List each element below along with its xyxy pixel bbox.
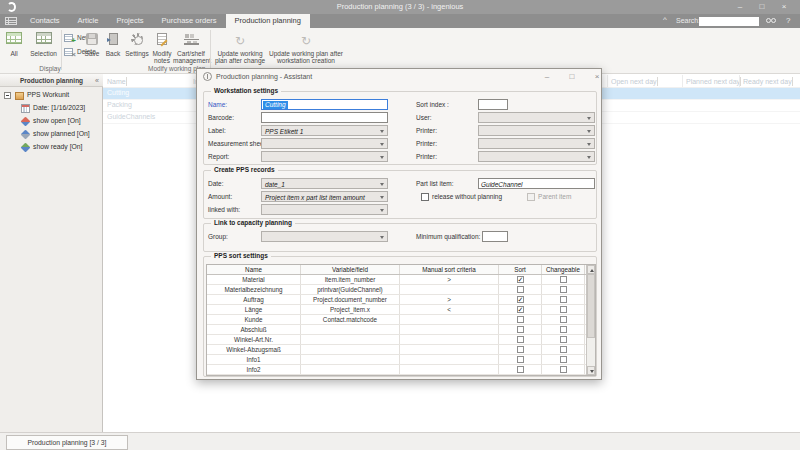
- cell-variable-field: Contact.matchcode: [301, 315, 400, 324]
- changeable-checkbox[interactable]: [560, 366, 567, 373]
- changeable-checkbox[interactable]: [560, 326, 567, 333]
- report-select[interactable]: [261, 151, 388, 162]
- dialog-minimize-button[interactable]: –: [541, 69, 553, 85]
- tree-item-show-open[interactable]: show open [On]: [0, 115, 103, 128]
- search-input[interactable]: [699, 17, 759, 26]
- tree-item-show-ready[interactable]: show ready [On]: [0, 141, 103, 154]
- sort-checkbox[interactable]: [517, 286, 524, 293]
- column-changeable[interactable]: Changeable: [542, 265, 585, 274]
- table-scrollbar[interactable]: [586, 265, 595, 375]
- changeable-checkbox[interactable]: [560, 286, 567, 293]
- tab-purchase-orders[interactable]: Purchase orders: [153, 14, 226, 28]
- sort-checkbox[interactable]: [517, 296, 524, 303]
- dialog-maximize-button[interactable]: □: [566, 69, 578, 85]
- table-row[interactable]: Winkel-Abzugsmaß: [207, 345, 595, 355]
- column-variable-field[interactable]: Variable/field: [301, 265, 400, 274]
- help-button[interactable]: ?: [786, 14, 790, 28]
- printer-label: Printer:: [416, 127, 478, 134]
- group-select[interactable]: [261, 231, 388, 242]
- column-name[interactable]: Name: [107, 77, 127, 86]
- sort-checkbox[interactable]: [517, 276, 524, 283]
- label-select[interactable]: PPS Etikett 1: [261, 125, 388, 136]
- app-menu-icon[interactable]: [5, 17, 17, 25]
- barcode-input[interactable]: [261, 112, 388, 123]
- changeable-checkbox[interactable]: [560, 356, 567, 363]
- minimum-qualification-input[interactable]: [482, 231, 508, 242]
- sort-checkbox[interactable]: [517, 346, 524, 353]
- cell-variable-field: printvar(GuideChannel): [301, 285, 400, 294]
- scroll-thumb[interactable]: [587, 274, 595, 338]
- table-row[interactable]: Winkel-Art.Nr.: [207, 335, 595, 345]
- ribbon-collapse-icon[interactable]: ^: [663, 15, 667, 24]
- back-button[interactable]: Back: [103, 31, 123, 57]
- save-button[interactable]: Save: [82, 31, 102, 57]
- column-sort[interactable]: Sort: [499, 265, 542, 274]
- user-select[interactable]: [478, 112, 595, 123]
- column-ready-next-day[interactable]: Ready next day: [743, 77, 793, 86]
- table-row[interactable]: Kunde Contact.matchcode: [207, 315, 595, 325]
- cell-variable-field: [301, 365, 400, 374]
- column-open-next-day[interactable]: Open next day: [611, 77, 658, 86]
- measurement-sheet-select[interactable]: [261, 138, 388, 149]
- amount-select[interactable]: Project item x part list item amount: [261, 191, 388, 202]
- settings-button[interactable]: Settings: [123, 31, 151, 57]
- sort-checkbox[interactable]: [517, 316, 524, 323]
- sort-checkbox[interactable]: [517, 326, 524, 333]
- update-plan-change-button[interactable]: ↻ Update working plan after change: [214, 31, 266, 64]
- cell-criteria: [400, 335, 499, 344]
- status-bar-tab[interactable]: Production planning [3 / 3]: [6, 435, 128, 450]
- update-plan-creation-button[interactable]: ↻ Update working plan after workstation …: [268, 31, 344, 64]
- table-row[interactable]: Auftrag Project.document_number >: [207, 295, 595, 305]
- cart-shelf-button[interactable]: Cart/shelf management: [173, 31, 209, 64]
- tab-article[interactable]: Article: [69, 14, 108, 28]
- tree-expander-icon[interactable]: [4, 92, 11, 99]
- sidebar-collapse-icon[interactable]: «: [95, 74, 99, 87]
- table-row[interactable]: Abschluß: [207, 325, 595, 335]
- date-select[interactable]: date_1: [261, 178, 388, 189]
- table-row[interactable]: Länge Project_item.x <: [207, 305, 595, 315]
- sort-index-input[interactable]: [478, 99, 508, 110]
- column-planned-next-day[interactable]: Planned next day: [686, 77, 741, 86]
- modify-notes-button[interactable]: Modify notes: [150, 31, 174, 64]
- column-manual-sort-criteria[interactable]: Manual sort criteria: [400, 265, 499, 274]
- tab-production-planning[interactable]: Production planning: [226, 14, 310, 28]
- linked-with-select[interactable]: [261, 204, 388, 215]
- printer-select-3[interactable]: [478, 151, 595, 162]
- changeable-checkbox[interactable]: [560, 296, 567, 303]
- changeable-checkbox[interactable]: [560, 306, 567, 313]
- scroll-down-icon[interactable]: [587, 366, 595, 375]
- maximize-button[interactable]: □: [754, 0, 770, 14]
- part-list-item-input[interactable]: GuideChannel: [478, 178, 595, 189]
- table-row[interactable]: Info1: [207, 355, 595, 365]
- minimize-button[interactable]: –: [732, 0, 748, 14]
- printer-select-1[interactable]: [478, 125, 595, 136]
- tree-item-show-planned[interactable]: show planned [On]: [0, 128, 103, 141]
- chevron-down-icon: [587, 117, 591, 120]
- table-row[interactable]: Material Item.item_number >: [207, 275, 595, 285]
- scroll-up-icon[interactable]: [587, 265, 595, 274]
- table-row[interactable]: Info2: [207, 365, 595, 375]
- name-label: Name:: [208, 101, 261, 108]
- close-button[interactable]: ×: [776, 0, 792, 14]
- binoculars-icon[interactable]: [766, 18, 777, 24]
- release-without-planning-checkbox[interactable]: [421, 193, 429, 201]
- tab-projects[interactable]: Projects: [107, 14, 152, 28]
- sort-checkbox[interactable]: [517, 356, 524, 363]
- tree-item-date[interactable]: Date: [1/16/2023]: [0, 102, 103, 115]
- changeable-checkbox[interactable]: [560, 346, 567, 353]
- sort-checkbox[interactable]: [517, 336, 524, 343]
- name-input[interactable]: Cutting: [261, 99, 388, 110]
- dialog-close-button[interactable]: ×: [591, 69, 603, 85]
- printer-select-2[interactable]: [478, 138, 595, 149]
- changeable-checkbox[interactable]: [560, 276, 567, 283]
- tab-contacts[interactable]: Contacts: [21, 14, 69, 28]
- table-row[interactable]: Materialbezeichnung printvar(GuideChanne…: [207, 285, 595, 295]
- changeable-checkbox[interactable]: [560, 316, 567, 323]
- all-button[interactable]: All: [2, 30, 26, 62]
- sort-checkbox[interactable]: [517, 306, 524, 313]
- sort-checkbox[interactable]: [517, 366, 524, 373]
- tree-root-pps-workunit[interactable]: PPS Workunit: [0, 89, 103, 102]
- selection-button[interactable]: Selection: [27, 30, 60, 62]
- column-name[interactable]: Name: [207, 265, 301, 274]
- changeable-checkbox[interactable]: [560, 336, 567, 343]
